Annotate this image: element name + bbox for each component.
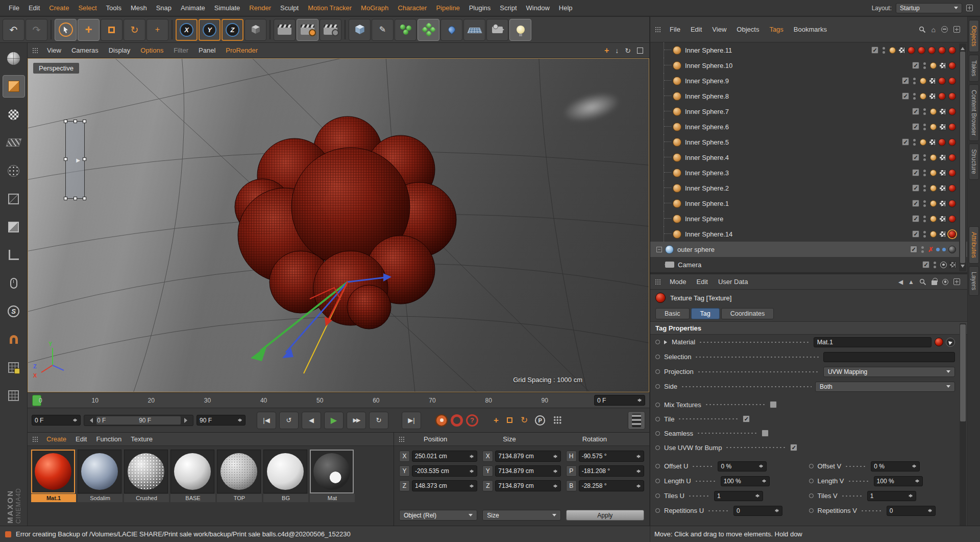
seamless-checkbox[interactable] (762, 430, 769, 437)
selection-handle[interactable] (64, 120, 67, 123)
visibility-dot-icon[interactable] (913, 78, 916, 80)
dark-material-tag-icon[interactable] (948, 246, 956, 253)
material-thumbnail[interactable] (217, 450, 261, 493)
visibility-dots[interactable] (883, 47, 885, 54)
snap-settings-button[interactable]: S (3, 300, 25, 322)
mix-textures-checkbox[interactable] (770, 401, 777, 408)
uvw-tag-icon[interactable] (939, 154, 946, 161)
tab-tag[interactable]: Tag (691, 308, 720, 319)
attr-menu-user-data[interactable]: User Data (713, 278, 753, 286)
tag-dot-icon[interactable] (942, 248, 946, 251)
workplane-mode-button[interactable] (3, 131, 25, 154)
tiles-v-field[interactable]: 1 (867, 491, 916, 501)
repetitions-v-field[interactable]: 0 (887, 506, 936, 516)
menu-simulate[interactable]: Simulate (210, 4, 245, 12)
object-row-inner-sphere-7[interactable]: Inner Sphere.7✓ (650, 104, 967, 119)
lock-workplane-button[interactable] (3, 356, 25, 379)
pos-z-field[interactable]: 148.373 cm (412, 480, 477, 491)
sphere-object-icon[interactable] (673, 169, 681, 177)
material-item-sodalim[interactable]: Sodalim (78, 450, 122, 502)
menu-mesh[interactable]: Mesh (126, 4, 152, 12)
visibility-dots[interactable] (923, 185, 926, 192)
material-item-base[interactable]: BASE (170, 450, 215, 502)
object-row-inner-sphere-9[interactable]: Inner Sphere.9✓ (650, 73, 967, 88)
next-frame-button[interactable]: ▶▶ (347, 412, 366, 429)
attribute-scrollbar[interactable] (960, 323, 966, 540)
history-back-icon[interactable]: ◀ (898, 278, 903, 286)
material-tag-icon[interactable] (948, 46, 956, 54)
selection-handle[interactable] (83, 157, 86, 161)
stepper[interactable] (915, 477, 920, 485)
uvw-tag-icon[interactable] (929, 78, 936, 84)
object-row-inner-sphere-3[interactable]: Inner Sphere.3✓ (650, 165, 967, 180)
menu-motion-tracker[interactable]: Motion Tracker (303, 4, 356, 12)
size-x-field[interactable]: 7134.879 cm (495, 451, 560, 462)
panel-tab-objects[interactable]: Objects (969, 20, 979, 52)
visibility-dot-icon[interactable] (923, 128, 926, 130)
offset-u-field[interactable]: 0 % (718, 461, 767, 472)
phong-tag-icon[interactable] (930, 124, 937, 130)
anim-dot-icon[interactable] (809, 479, 814, 483)
panel-tab-structure[interactable]: Structure (969, 144, 979, 180)
menu-file[interactable]: File (4, 4, 24, 12)
go-to-end-button[interactable]: ▶| (402, 412, 421, 429)
menu-sculpt[interactable]: Sculpt (276, 4, 303, 12)
anim-dot-icon[interactable] (655, 369, 660, 374)
timeline-tick[interactable]: 80 (485, 397, 492, 404)
visibility-dot-icon[interactable] (883, 51, 885, 54)
menu-select[interactable]: Select (74, 4, 101, 12)
om-menu-file[interactable]: File (665, 26, 685, 33)
timeline-ruler[interactable]: 0102030405060708090 0 F (28, 392, 649, 408)
current-frame-field[interactable]: 0 F (594, 395, 645, 406)
floor-button[interactable] (463, 19, 485, 41)
mat-menu-edit[interactable]: Edit (71, 435, 91, 443)
vp-menu-panel[interactable]: Panel (193, 46, 220, 54)
menu-character[interactable]: Character (393, 4, 431, 12)
phong-tag-icon[interactable] (930, 154, 937, 161)
frame-range-slider[interactable]: 0 F 90 F (84, 415, 193, 426)
uvw-tag-icon[interactable] (939, 62, 946, 69)
tag-dot-icon[interactable] (936, 248, 940, 251)
menu-window[interactable]: Window (522, 4, 554, 12)
scrollbar-thumb[interactable] (960, 52, 965, 263)
visibility-dots[interactable] (934, 262, 936, 268)
enabled-checkbox[interactable]: ✓ (912, 184, 919, 192)
visibility-dot-icon[interactable] (913, 139, 916, 142)
material-tag-icon[interactable] (948, 92, 956, 100)
mat-menu-function[interactable]: Function (91, 435, 126, 443)
object-row-inner-sphere-5[interactable]: Inner Sphere.5✓ (650, 134, 967, 150)
visibility-dots[interactable] (923, 108, 926, 115)
key-scale-icon[interactable] (507, 417, 512, 423)
pick-material-button[interactable] (946, 338, 955, 347)
visibility-dot-icon[interactable] (921, 250, 924, 253)
enabled-checkbox[interactable]: ✓ (912, 62, 919, 69)
attr-menu-mode[interactable]: Mode (665, 278, 692, 286)
timeline-tick[interactable]: 70 (429, 397, 435, 404)
enabled-checkbox[interactable]: ✓ (902, 92, 909, 100)
selection-handle[interactable] (74, 197, 77, 200)
vp-menu-options[interactable]: Options (135, 46, 168, 54)
size-z-field[interactable]: 7134.879 cm (495, 480, 560, 491)
material-tag-icon[interactable] (948, 138, 956, 146)
texture-mode-button[interactable] (3, 103, 25, 126)
material-tag-icon[interactable] (948, 200, 956, 207)
viewport-3d[interactable]: ▶ Perspective Grid Spacing : 1000 cm Y Z… (28, 58, 649, 392)
anim-dot-icon[interactable] (655, 508, 660, 513)
material-tag-icon[interactable] (938, 138, 946, 146)
object-row-inner-sphere[interactable]: Inner Sphere✓ (650, 211, 967, 226)
timeline-tick[interactable]: 50 (316, 397, 323, 404)
vp-menu-filter[interactable]: Filter (168, 46, 193, 54)
enabled-checkbox[interactable]: ✓ (912, 169, 919, 176)
scroll-down-icon[interactable] (961, 265, 965, 270)
material-thumbnail[interactable] (263, 450, 307, 493)
tab-basic[interactable]: Basic (655, 308, 690, 319)
material-tag-icon[interactable] (948, 230, 956, 238)
object-row-inner-sphere-2[interactable]: Inner Sphere.2✓ (650, 180, 967, 196)
anim-dot-icon[interactable] (809, 464, 814, 468)
stepper[interactable] (912, 462, 917, 470)
panel-tab-layers[interactable]: Layers (969, 266, 979, 296)
stepper[interactable] (469, 482, 474, 490)
material-tag-icon[interactable] (948, 123, 956, 131)
phong-tag-icon[interactable] (930, 216, 937, 222)
material-item-crushed[interactable]: Crushed (124, 450, 169, 502)
